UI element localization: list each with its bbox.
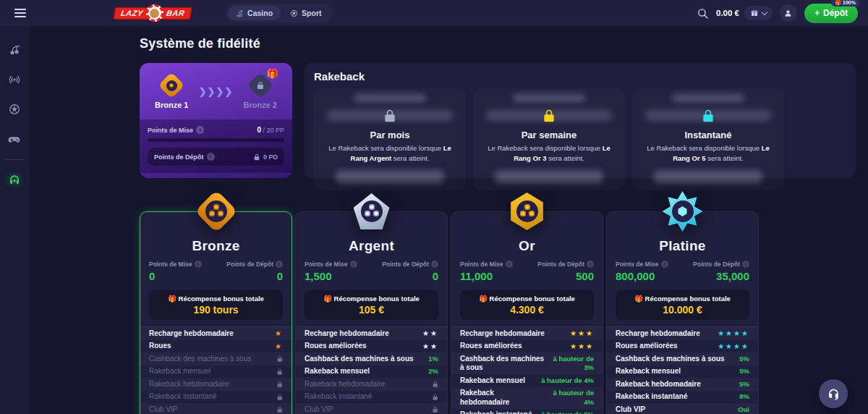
deposit-points-value: 0 [277, 270, 283, 282]
info-icon[interactable]: i [506, 261, 513, 268]
perk-row: Roues★ [140, 340, 292, 353]
perk-lock-icon [276, 394, 284, 401]
perk-label: Cashback des machines à sous [616, 355, 725, 364]
rakeback-panel: Rakeback Par moisLe Rakeback sera dispon… [304, 63, 856, 178]
perk-row: Club VIP [296, 403, 447, 414]
perk-label: Recharge hebdomadaire [149, 329, 234, 339]
tab-casino[interactable]: Casino [228, 6, 281, 20]
perk-value: 5% [739, 380, 749, 389]
coin-icon [369, 204, 375, 210]
perk-stars-icon: ★★★★ [718, 342, 749, 350]
perk-label: Rakeback instantané [616, 392, 688, 402]
deposit-label: Dépôt [823, 8, 848, 18]
info-icon[interactable]: i [431, 261, 438, 268]
lock-icon [542, 109, 556, 123]
deposit-button[interactable]: + Dépôt 🎁 100% [804, 4, 858, 23]
perk-lock-icon [276, 368, 284, 376]
deposit-points-label: Points de Dépôti [693, 261, 749, 268]
deposit-points-label: Points de Dépôt [154, 153, 204, 161]
info-icon[interactable]: i [350, 261, 357, 268]
info-icon[interactable]: i [661, 261, 668, 268]
perk-stars-icon: ★★★★ [718, 329, 749, 337]
progress-arrows-icon: ❯❯❯❯ [199, 86, 234, 97]
tier-card-or: OrPoints de Misei11,000Points de Dépôti5… [451, 211, 603, 414]
tier-name: Platine [607, 238, 758, 254]
tier-platine: PlatinePoints de Misei800,000Points de D… [606, 191, 759, 414]
deposit-points-value: 35,000 [716, 270, 749, 282]
balance-amount: 0.00 € [716, 9, 739, 17]
logo-word-1: LAZY [114, 7, 151, 20]
account-button[interactable] [780, 4, 797, 22]
next-rank-name: Bronze 2 [244, 101, 277, 109]
wager-points-stat: Points de Misei1,500 [305, 261, 357, 282]
wallet-dropdown[interactable] [744, 6, 773, 20]
sidebar-item-games[interactable] [5, 130, 24, 148]
info-icon[interactable]: i [587, 261, 594, 268]
sidebar-item-casino[interactable] [5, 41, 24, 59]
perk-label: Rakeback mensuel [149, 367, 210, 376]
perk-label: Club VIP [616, 405, 645, 414]
info-icon[interactable]: i [196, 126, 204, 134]
perk-label: Club VIP [149, 405, 177, 414]
perk-label: Roues améliorées [460, 342, 522, 351]
page-title: Système de fidélité [140, 36, 856, 51]
tier-badge-argent-icon [352, 191, 392, 232]
menu-icon[interactable] [6, 9, 35, 17]
blurred-claim-button[interactable] [336, 170, 444, 183]
reward-value: 4.300 € [463, 304, 591, 316]
cherries-icon [8, 43, 21, 56]
wager-points-label: Points de Misei [305, 261, 357, 268]
info-icon[interactable]: i [207, 153, 215, 161]
brand-logo[interactable]: LAZY BAR [114, 4, 191, 22]
perk-label: Roues améliorées [305, 342, 367, 351]
gem-icon [678, 206, 688, 216]
perk-row: Recharge hebdomadaire★★ [296, 327, 447, 340]
sidebar-item-sport[interactable] [5, 100, 24, 119]
tier-name: Or [451, 238, 603, 254]
deposit-points-stat: Points de Dépôti500 [537, 261, 594, 282]
sidebar-item-loyalty[interactable] [5, 171, 24, 190]
blurred-claim-button[interactable] [495, 170, 603, 183]
perk-label: Roues [149, 342, 171, 351]
blurred-claim-button[interactable] [654, 170, 762, 183]
lock-icon [383, 109, 397, 123]
rakeback-card-2: InstantanéLe Rakeback sera disponible lo… [632, 88, 784, 190]
perk-label: Rakeback mensuel [616, 367, 681, 376]
wager-points-value: 0 [149, 270, 202, 282]
perk-value: à hauteur de 4% [541, 376, 594, 385]
deposit-points-value: 500 [576, 270, 594, 282]
perk-row: Recharge hebdomadaire★★★ [451, 327, 603, 340]
perk-row: Rakeback instantané8% [607, 391, 758, 404]
perk-row: Cashback des machines à sous [140, 352, 292, 366]
coin-icon [213, 204, 219, 210]
wager-points-value: 0 [257, 126, 261, 134]
info-icon[interactable]: i [195, 261, 202, 268]
tab-sport[interactable]: Sport [282, 6, 329, 20]
perk-stars-icon: ★ [275, 329, 283, 337]
search-button[interactable] [697, 7, 709, 20]
rakeback-title: Rakeback [314, 70, 846, 83]
lock-icon [276, 381, 284, 388]
rakeback-period-label: Par semaine [522, 130, 577, 140]
perk-label: Club VIP [305, 405, 333, 414]
wager-points-max: / 20 PP [263, 127, 284, 134]
perk-label: Rakeback instantané [460, 410, 532, 414]
reward-label: 🎁 Récompense bonus totale [152, 295, 280, 303]
sidebar-item-live[interactable] [5, 70, 24, 89]
support-chat-button[interactable] [819, 379, 848, 408]
reward-value: 10.000 € [618, 304, 746, 316]
perk-row: Club VIP [140, 403, 292, 414]
reward-label: 🎁 Récompense bonus totale [463, 295, 591, 303]
perk-row: Rakeback mensuelà hauteur de 4% [451, 374, 603, 387]
tier-or: OrPoints de Misei11,000Points de Dépôti5… [451, 191, 603, 414]
perk-value: Oui [738, 405, 749, 414]
perk-list: Recharge hebdomadaire★Roues★Cashback des… [140, 326, 292, 414]
wager-points-label: Points de Mise [148, 127, 193, 134]
wager-points-stat: Points de Misei11,000 [460, 261, 513, 282]
total-bonus-reward-box: 🎁 Récompense bonus totale105 € [305, 290, 438, 320]
perk-label: Rakeback hebdomadaire [305, 380, 385, 389]
info-icon[interactable]: i [742, 261, 749, 268]
info-icon[interactable]: i [276, 261, 283, 268]
deposit-points-label: Points de Dépôti [226, 261, 283, 268]
perk-row: Club VIPOui [607, 403, 758, 414]
